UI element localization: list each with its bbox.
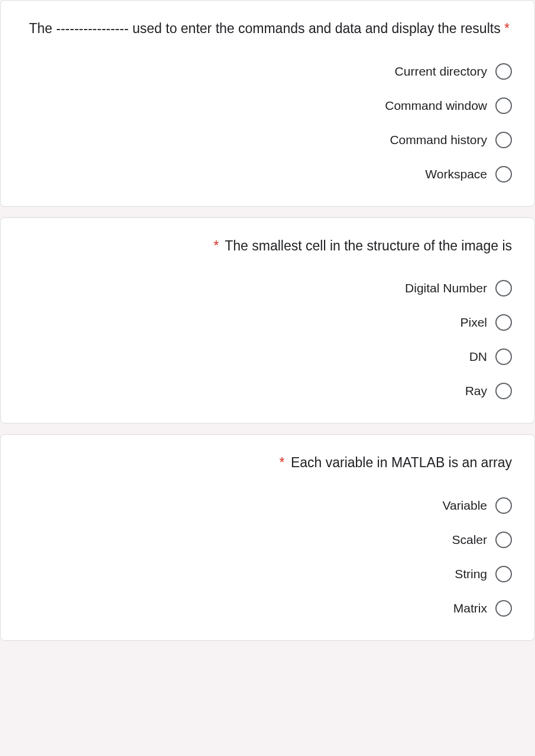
- option-row[interactable]: DN: [23, 348, 512, 365]
- radio-icon[interactable]: [495, 348, 512, 365]
- options-list: Current directory Command window Command…: [23, 63, 512, 183]
- radio-icon[interactable]: [495, 566, 512, 582]
- radio-icon[interactable]: [495, 314, 512, 331]
- radio-icon[interactable]: [495, 497, 512, 514]
- option-label: DN: [469, 350, 487, 364]
- option-row[interactable]: Ray: [23, 383, 512, 399]
- option-row[interactable]: Scaler: [23, 532, 512, 548]
- option-row[interactable]: String: [23, 566, 512, 582]
- question-card: * Each variable in MATLAB is an array Va…: [0, 434, 535, 641]
- radio-icon[interactable]: [495, 63, 512, 80]
- question-text: * The smallest cell in the structure of …: [23, 236, 512, 257]
- radio-icon[interactable]: [495, 97, 512, 114]
- options-list: Digital Number Pixel DN Ray: [23, 280, 512, 399]
- radio-icon[interactable]: [495, 132, 512, 148]
- option-row[interactable]: Command window: [23, 97, 512, 114]
- option-label: Scaler: [452, 533, 487, 547]
- question-text: * Each variable in MATLAB is an array: [23, 452, 512, 474]
- radio-icon[interactable]: [495, 280, 512, 296]
- option-row[interactable]: Matrix: [23, 600, 512, 617]
- required-marker: *: [504, 21, 510, 36]
- option-label: Workspace: [425, 167, 487, 181]
- option-row[interactable]: Command history: [23, 132, 512, 148]
- option-label: Command window: [385, 99, 487, 113]
- option-label: Current directory: [395, 64, 487, 79]
- option-label: Variable: [443, 498, 488, 513]
- option-label: String: [455, 567, 487, 581]
- required-marker: *: [280, 455, 285, 470]
- radio-icon[interactable]: [495, 383, 512, 399]
- question-label: Each variable in MATLAB is an array: [291, 455, 512, 470]
- option-row[interactable]: Digital Number: [23, 280, 512, 296]
- option-label: Matrix: [453, 601, 487, 615]
- question-label: The smallest cell in the structure of th…: [225, 238, 512, 253]
- radio-icon[interactable]: [495, 600, 512, 617]
- option-row[interactable]: Workspace: [23, 166, 512, 183]
- radio-icon[interactable]: [495, 166, 512, 183]
- option-label: Ray: [465, 384, 487, 398]
- option-label: Pixel: [460, 315, 487, 330]
- question-text: The ---------------- used to enter the c…: [23, 18, 512, 40]
- option-row[interactable]: Current directory: [23, 63, 512, 80]
- required-marker: *: [213, 238, 219, 253]
- option-label: Digital Number: [405, 281, 487, 295]
- radio-icon[interactable]: [495, 532, 512, 548]
- question-card: The ---------------- used to enter the c…: [0, 0, 535, 207]
- options-list: Variable Scaler String Matrix: [23, 497, 512, 617]
- question-card: * The smallest cell in the structure of …: [0, 217, 535, 424]
- option-label: Command history: [390, 133, 487, 147]
- question-label: The ---------------- used to enter the c…: [29, 21, 501, 36]
- option-row[interactable]: Variable: [23, 497, 512, 514]
- option-row[interactable]: Pixel: [23, 314, 512, 331]
